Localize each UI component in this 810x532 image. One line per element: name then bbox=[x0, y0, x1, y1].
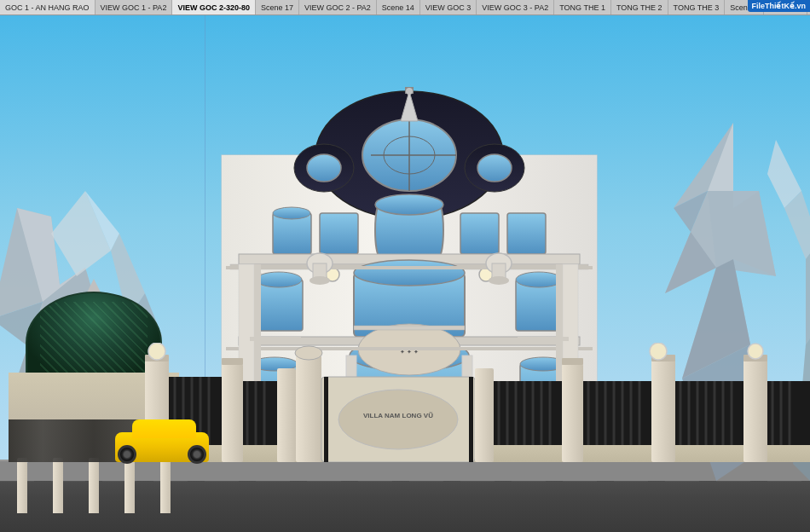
pavilion-column bbox=[124, 458, 135, 513]
svg-rect-39 bbox=[320, 213, 358, 254]
svg-point-98 bbox=[338, 390, 458, 449]
svg-point-140 bbox=[650, 343, 667, 360]
svg-point-141 bbox=[748, 344, 763, 359]
svg-rect-136 bbox=[562, 358, 583, 365]
svg-rect-103 bbox=[494, 381, 562, 445]
svg-point-96 bbox=[295, 346, 322, 360]
svg-marker-13 bbox=[708, 191, 776, 276]
svg-point-77 bbox=[310, 276, 330, 285]
svg-rect-72 bbox=[354, 326, 465, 330]
svg-point-139 bbox=[148, 343, 165, 360]
svg-point-36 bbox=[375, 194, 443, 215]
car-front-wheel bbox=[188, 445, 206, 464]
tab-tongthe1[interactable]: TONG THE 1 bbox=[554, 0, 611, 14]
gate-fence: VILLA NAM LONG VŨ bbox=[145, 343, 810, 462]
svg-text:VILLA NAM LONG VŨ: VILLA NAM LONG VŨ bbox=[363, 412, 433, 419]
pavilion-column bbox=[53, 458, 63, 513]
svg-rect-112 bbox=[583, 381, 651, 445]
tab-viewgoc3[interactable]: VIEW GOC 3 bbox=[420, 0, 477, 14]
tab-viewgoc2-pa2[interactable]: VIEW GOC 2 - PA2 bbox=[299, 0, 377, 14]
pavilion-columns bbox=[17, 454, 171, 513]
svg-rect-102 bbox=[475, 368, 494, 462]
svg-rect-84 bbox=[277, 368, 296, 462]
main-viewport: ✦ ✦ ✦ bbox=[0, 15, 810, 532]
pavilion-column bbox=[160, 458, 171, 513]
tab-tongthe3[interactable]: TONG THE 3 bbox=[668, 0, 726, 14]
svg-rect-101 bbox=[469, 377, 473, 462]
svg-rect-121 bbox=[675, 381, 743, 445]
tab-goc1-anhangrao[interactable]: GOC 1 - AN HANG RAO bbox=[0, 0, 95, 14]
logo-watermark: FileThiếtKế.vn bbox=[748, 0, 811, 12]
logo-text: FileThiếtKế.vn bbox=[752, 2, 807, 10]
tab-scene14[interactable]: Scene 14 bbox=[377, 0, 420, 14]
svg-rect-73 bbox=[250, 337, 301, 341]
svg-point-38 bbox=[273, 207, 310, 219]
svg-point-47 bbox=[354, 260, 465, 286]
svg-point-80 bbox=[489, 276, 509, 285]
tab-bar: GOC 1 - AN HANG RAO VIEW GOC 1 - PA2 VIE… bbox=[0, 0, 810, 15]
svg-rect-120 bbox=[651, 360, 675, 462]
svg-point-45 bbox=[256, 272, 302, 287]
svg-point-49 bbox=[516, 272, 562, 287]
svg-rect-100 bbox=[324, 377, 328, 462]
svg-rect-111 bbox=[562, 364, 583, 462]
svg-point-30 bbox=[406, 88, 413, 95]
svg-rect-135 bbox=[222, 358, 243, 365]
car-roof bbox=[132, 419, 196, 438]
tab-viewgoc3-pa2[interactable]: VIEW GOC 3 - PA2 bbox=[477, 0, 554, 14]
svg-rect-83 bbox=[222, 364, 243, 462]
svg-point-34 bbox=[477, 154, 512, 182]
tab-viewgoc1-pa2[interactable]: VIEW GOC 1 - PA2 bbox=[95, 0, 173, 14]
car-rear-wheel bbox=[118, 445, 136, 464]
pavilion-column bbox=[89, 458, 99, 513]
yellow-car bbox=[111, 419, 213, 462]
svg-marker-5 bbox=[51, 191, 111, 276]
tab-tongthe2[interactable]: TONG THE 2 bbox=[611, 0, 668, 14]
tab-scene17[interactable]: Scene 17 bbox=[256, 0, 299, 14]
svg-rect-41 bbox=[507, 213, 546, 254]
svg-rect-66 bbox=[226, 266, 593, 269]
pavilion-column bbox=[17, 458, 27, 513]
svg-point-32 bbox=[307, 154, 341, 182]
pavilion-dome bbox=[26, 292, 162, 377]
svg-rect-129 bbox=[743, 360, 767, 462]
tab-viewgoc2-320-80[interactable]: VIEW GOC 2-320-80 bbox=[172, 0, 256, 14]
svg-rect-74 bbox=[518, 337, 569, 341]
svg-rect-40 bbox=[460, 213, 499, 254]
svg-rect-95 bbox=[296, 356, 321, 462]
